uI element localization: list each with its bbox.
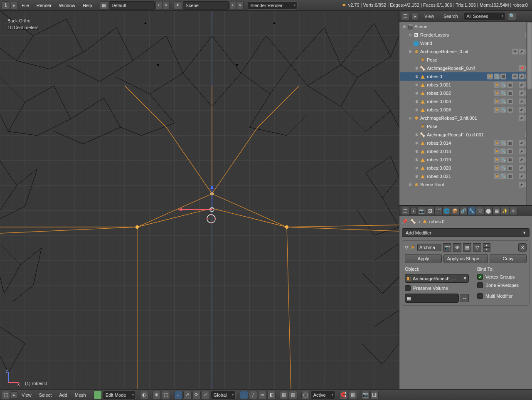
mod-display-toggle-icon[interactable]: 👁 xyxy=(453,243,461,252)
tab-renderlayers-icon[interactable]: 🖼 xyxy=(426,207,434,215)
opengl-render-icon[interactable]: 📷 xyxy=(361,391,369,399)
tab-constraints-icon[interactable]: 🔗 xyxy=(459,207,468,215)
outliner-filter-dropdown[interactable]: All Scenes xyxy=(464,12,505,20)
manipulator-translate-icon[interactable]: ↗ xyxy=(183,391,192,399)
menu-window[interactable]: Window xyxy=(56,1,79,10)
tree-robes008[interactable]: ⊕robes:0.008🧍🔧▦⬈📷 xyxy=(400,106,532,114)
tree-armature-1[interactable]: ⊖✱ArchmageRobesF_0.nif.001⬈📷 xyxy=(400,114,532,122)
layout-add-icon[interactable]: + xyxy=(155,2,162,9)
mode-dropdown[interactable]: Edit Mode xyxy=(103,391,136,399)
tree-robes002[interactable]: ⊕robes:0.002🧍🔧▦⬈📷 xyxy=(400,89,532,97)
tab-modifiers-icon[interactable]: 🔧 xyxy=(468,207,476,215)
render-engine-dropdown[interactable]: Blender Render xyxy=(248,1,298,10)
screen-layout-icon[interactable]: ▦ xyxy=(100,1,108,10)
grid-icon[interactable]: ▦ xyxy=(500,74,506,79)
tab-data-icon[interactable]: ▽ xyxy=(476,207,484,215)
tab-world-icon[interactable]: 🌐 xyxy=(443,207,451,215)
apply-shape-button[interactable]: Apply as Shape ... xyxy=(443,254,488,263)
3d-viewport[interactable]: Back Ortho 10 Centimeters (1) robes:0 z … xyxy=(0,11,399,389)
scene-field[interactable]: Scene xyxy=(183,1,229,10)
tree-robes020[interactable]: ⊕robes:0.020🧍🔧▦⬈📷 xyxy=(400,164,532,172)
vertex-group-field[interactable]: ▦ xyxy=(405,294,459,303)
select-face-icon[interactable]: ▱ xyxy=(258,391,266,399)
select-menu[interactable]: Select xyxy=(36,391,55,399)
add-menu[interactable]: Add xyxy=(56,391,71,399)
menu-file[interactable]: File xyxy=(18,1,32,10)
mod-armature-icon[interactable]: 🧍 xyxy=(487,74,493,79)
breadcrumb-object[interactable]: robes:0 xyxy=(429,219,445,224)
manipulator-toggle-icon[interactable]: ↔ xyxy=(174,391,182,399)
scene-add-icon[interactable]: + xyxy=(229,2,236,9)
collapse-icon[interactable]: ▽ xyxy=(405,245,408,250)
tree-sceneroot[interactable]: ⊖✱Scene Root⬈📷 xyxy=(400,180,532,189)
menu-help[interactable]: Help xyxy=(79,1,96,10)
shading-dropdown-icon[interactable]: ◐ xyxy=(140,391,148,399)
mod-render-toggle-icon[interactable]: 📷 xyxy=(443,243,451,252)
mode-icon[interactable] xyxy=(94,391,102,399)
expand-icon[interactable]: ▸ xyxy=(410,207,417,215)
tree-renderlayers[interactable]: ⊕🖼RenderLayers▣ xyxy=(400,31,532,39)
mod-cage-toggle-icon[interactable]: ▽ xyxy=(473,243,481,252)
manipulator-scale-icon[interactable]: ⤢ xyxy=(202,391,210,399)
mesh-menu[interactable]: Mesh xyxy=(71,391,89,399)
bone-envelopes-checkbox[interactable] xyxy=(477,282,483,288)
snap-element-icon[interactable]: ▦ xyxy=(349,391,357,399)
tree-armature-0[interactable]: ⊖✱ArchmageRobesF_0.nif👁⬈📷 xyxy=(400,47,532,56)
properties-editor-icon[interactable]: ☰ xyxy=(401,207,409,215)
pivot-align-icon[interactable]: ⬚ xyxy=(162,391,170,399)
scene-icon[interactable]: ✦ xyxy=(174,1,182,10)
layers-icon[interactable]: ▦ xyxy=(280,391,288,399)
tree-armature-data-1[interactable]: ⊕🦴ArchmageRobesF_0.nif.001◂ xyxy=(400,131,532,139)
modifier-name-field[interactable]: Archma xyxy=(417,244,441,251)
tree-armature-data[interactable]: ⊕🦴ArchmageRobesF_0.nif📌🔗 xyxy=(400,64,532,72)
tree-robes021[interactable]: ⊕robes:0.021🧍🔧▦⬈📷 xyxy=(400,172,532,180)
layout-field[interactable]: Default xyxy=(109,1,155,10)
tab-render-icon[interactable]: 📷 xyxy=(418,207,426,215)
orientation-dropdown[interactable]: Global xyxy=(211,391,236,399)
armature-object-field[interactable]: ◧ ArchmageRobesF_... ✕ xyxy=(405,274,469,283)
outliner-editor-icon[interactable]: ☰ xyxy=(401,12,409,20)
pivot-dropdown-icon[interactable]: ⊕ xyxy=(153,391,161,399)
wrench-icon[interactable]: 🔧 xyxy=(494,74,500,79)
tree-robes014[interactable]: ⊕robes:0.014🧍🔧▦⬈📷 xyxy=(400,139,532,147)
tree-robes019[interactable]: ⊕robes:0.019🧍🔧▦⬈📷 xyxy=(400,156,532,164)
snap-toggle-icon[interactable]: 🧲 xyxy=(340,391,348,399)
scene-remove-icon[interactable]: ✕ xyxy=(237,2,244,9)
menu-render[interactable]: Render xyxy=(33,1,55,10)
tab-physics-icon[interactable]: ⚛ xyxy=(509,207,517,215)
expand-icon[interactable]: ▸ xyxy=(11,2,17,9)
pin-icon[interactable]: 📌 xyxy=(402,219,408,224)
copy-button[interactable]: Copy xyxy=(490,254,527,263)
modifier-move-buttons[interactable]: ▲▼ xyxy=(483,243,490,252)
eye-icon[interactable]: 👁 xyxy=(512,49,518,54)
tree-pose-1[interactable]: 🧍Pose xyxy=(400,122,532,131)
pin-icon[interactable]: 📌 xyxy=(519,65,525,71)
apply-button[interactable]: Apply xyxy=(405,254,442,263)
tab-texture-icon[interactable]: ▦ xyxy=(493,207,501,215)
outliner-search-menu[interactable]: Search xyxy=(440,12,461,20)
layers-icon-2[interactable]: ▦ xyxy=(289,391,297,399)
vertex-groups-checkbox[interactable]: ✔ xyxy=(477,274,483,280)
outliner-scrollbar[interactable] xyxy=(526,22,532,205)
eye-icon[interactable]: 👁 xyxy=(512,74,518,79)
search-icon[interactable]: 🔍 xyxy=(508,12,516,20)
tab-material-icon[interactable]: ⬤ xyxy=(484,207,493,215)
tree-robes001[interactable]: ⊕robes:0.001🧍🔧▦⬈📷 xyxy=(400,81,532,89)
clear-object-icon[interactable]: ✕ xyxy=(463,276,467,281)
tree-pose[interactable]: 🧍Pose xyxy=(400,56,532,64)
tab-scene-icon[interactable]: 🎬 xyxy=(434,207,443,215)
layout-remove-icon[interactable]: ✕ xyxy=(163,2,170,9)
proportional-edit-icon[interactable]: ◯ xyxy=(301,391,310,399)
select-edge-icon[interactable]: / xyxy=(249,391,257,399)
expand-icon[interactable]: ▸ xyxy=(11,391,17,399)
tree-robes018[interactable]: ⊕robes:0.018🧍🔧▦⬈📷 xyxy=(400,147,532,156)
multi-modifier-checkbox[interactable] xyxy=(477,293,483,299)
tree-scene[interactable]: ⊖🎬Scene xyxy=(400,22,532,31)
select-vertex-icon[interactable]: · xyxy=(240,391,248,399)
editor-type-3dview-icon[interactable]: ⬚ xyxy=(2,391,10,399)
vgroup-invert-icon[interactable]: ↔ xyxy=(461,294,469,302)
editor-type-icon[interactable]: ℹ xyxy=(2,1,10,10)
tree-world[interactable]: 🌐World xyxy=(400,39,532,47)
add-modifier-dropdown[interactable]: Add Modifier▾ xyxy=(402,228,530,237)
outliner-view-menu[interactable]: View xyxy=(421,12,438,20)
